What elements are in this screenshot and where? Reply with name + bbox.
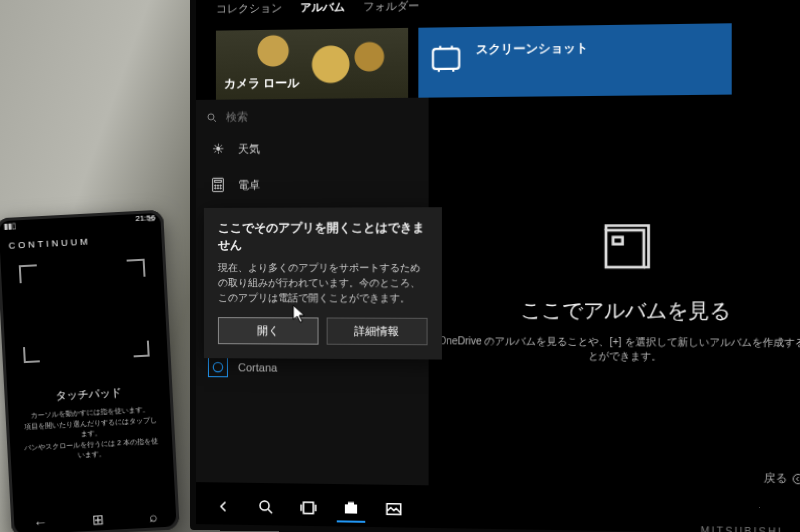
album-camera-roll[interactable]: カメラ ロール [216, 28, 408, 101]
calculator-icon [208, 175, 228, 195]
app-weather-label: 天気 [238, 141, 260, 156]
phone-signal-icon: ▮▮▯ [3, 221, 15, 231]
svg-point-9 [220, 188, 221, 189]
app-calculator-label: 電卓 [238, 177, 260, 192]
album-placeholder-icon [597, 220, 654, 280]
taskbar-search[interactable] [252, 493, 280, 522]
app-item-weather[interactable]: ☀ 天気 [196, 129, 429, 167]
touchpad-title: タッチパッド [20, 383, 157, 405]
taskbar-taskview[interactable] [294, 494, 322, 523]
tab-album[interactable]: アルバム [300, 0, 345, 15]
svg-point-6 [220, 185, 221, 186]
dialog-more-button[interactable]: 詳細情報 [326, 317, 427, 345]
svg-point-8 [217, 188, 218, 189]
taskbar-app-photos[interactable] [380, 495, 409, 524]
taskbar-back-icon [215, 497, 233, 515]
taskbar-search-icon [257, 498, 275, 516]
svg-rect-14 [613, 237, 622, 244]
taskbar-back[interactable] [210, 492, 238, 520]
phone-nav-search[interactable]: ⌕ [148, 508, 157, 524]
phone-instructions: タッチパッド カーソルを動かすには指を使います。 項目を開いたり選んだりするには… [3, 364, 176, 464]
weather-icon: ☀ [208, 139, 228, 159]
photos-icon [385, 500, 403, 519]
svg-point-1 [208, 113, 214, 119]
dialog-body: 現在、より多くのアプリをサポートするための取り組みが行われています。今のところ、… [218, 260, 428, 306]
back-button[interactable]: 戻る [764, 470, 800, 486]
phone-nav-back[interactable]: ← [33, 514, 48, 531]
store-icon [342, 498, 360, 516]
phone-device: ▮▮▯ ▭ 21:56 CONTINUUM タッチパッド カーソルを動かすには指… [0, 210, 180, 532]
album-camera-roll-label: カメラ ロール [224, 75, 300, 93]
bottom-row: 戻る [196, 457, 800, 493]
taskbar-app-store[interactable] [337, 494, 365, 523]
dialog-button-row: 開く 詳細情報 [218, 317, 428, 345]
album-screenshot-label: スクリーンショット [476, 40, 588, 59]
empty-subtitle: OneDrive のアルバムを見ることや、[+] を選択して新しいアルバムを作成… [438, 334, 800, 365]
album-screenshot[interactable]: スクリーンショット [418, 23, 731, 98]
search-icon [206, 111, 218, 123]
album-empty-state: ここでアルバムを見る OneDrive のアルバムを見ることや、[+] を選択し… [429, 94, 800, 491]
tab-collection[interactable]: コレクション [216, 1, 282, 17]
touchpad-body: カーソルを動かすには指を使います。 項目を開いたり選んだりするにはタップします。… [21, 404, 160, 464]
empty-title: ここでアルバムを見る [520, 296, 730, 324]
search-placeholder: 検索 [226, 109, 248, 124]
svg-point-12 [213, 362, 222, 371]
app-item-calculator[interactable]: 電卓 [196, 166, 429, 203]
phone-nav-start[interactable]: ⊞ [92, 511, 105, 528]
app-cortana-label: Cortana [238, 361, 277, 373]
svg-point-7 [215, 188, 216, 189]
external-monitor: コレクション アルバム フォルダー カメラ ロール スクリーンショット 検索 [190, 0, 800, 532]
screenshot-icon [429, 41, 464, 76]
svg-rect-17 [304, 502, 314, 513]
dialog-title: ここでそのアプリを開くことはできません [218, 219, 428, 254]
phone-nav-bar: ← ⊞ ⌕ [11, 507, 180, 532]
tab-folder[interactable]: フォルダー [363, 0, 419, 14]
cannot-open-dialog: ここでそのアプリを開くことはできません 現在、より多くのアプリをサポートするため… [204, 207, 442, 359]
cortana-icon [208, 357, 228, 377]
taskbar-taskview-icon [298, 500, 318, 516]
back-label: 戻る [764, 470, 788, 486]
phone-touchpad-area[interactable] [18, 258, 151, 365]
back-icon [792, 472, 800, 485]
search-row[interactable]: 検索 [196, 102, 429, 131]
svg-rect-13 [606, 230, 644, 267]
svg-rect-0 [433, 49, 459, 69]
monitor-brand: MITSUBISHI [701, 525, 783, 532]
svg-rect-3 [215, 180, 222, 182]
monitor-screen: コレクション アルバム フォルダー カメラ ロール スクリーンショット 検索 [196, 0, 800, 532]
svg-point-5 [217, 185, 218, 186]
svg-point-4 [215, 185, 216, 186]
phone-clock: 21:56 [135, 213, 155, 223]
svg-point-16 [260, 501, 269, 510]
dialog-open-button[interactable]: 開く [218, 317, 318, 345]
